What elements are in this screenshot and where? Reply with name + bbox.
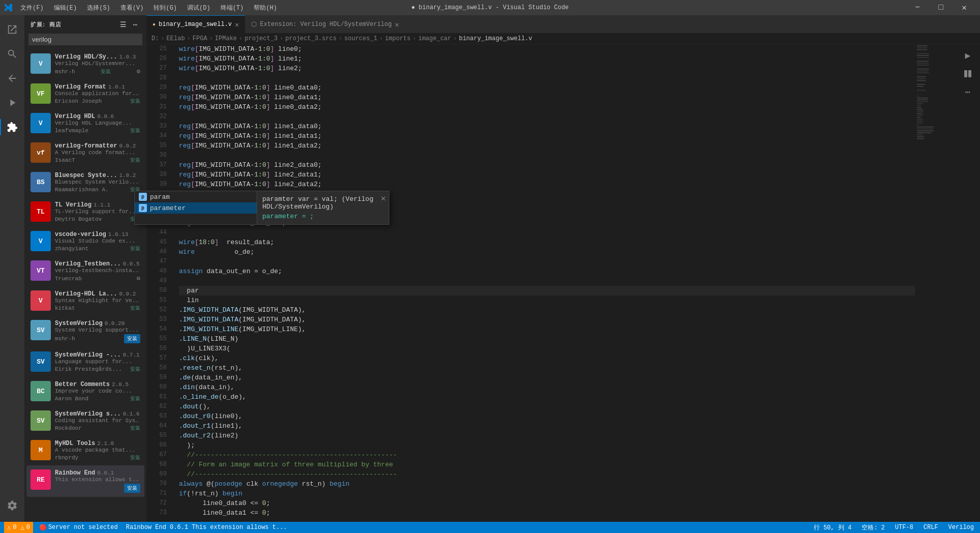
menu-edit[interactable]: 编辑(E) <box>50 3 81 13</box>
code-line-29[interactable]: reg [IMG_WIDTH_DATA-1:0] line0_data0; <box>179 83 915 93</box>
extension-item-10[interactable]: SV SystemVerilog -... 0.7.1 Language sup… <box>26 347 144 377</box>
breadcrumb-part-7[interactable]: imports <box>385 35 410 42</box>
code-line-39[interactable]: reg [IMG_WIDTH_DATA-1:0] line2_data2; <box>179 180 915 189</box>
code-line-25[interactable]: wire [IMG_WIDTH_DATA-1:0] line0; <box>179 44 915 54</box>
code-line-33[interactable]: reg [IMG_WIDTH_DATA-1:0] line1_data0; <box>179 122 915 131</box>
ext-settings-icon-7[interactable]: ⚙ <box>137 275 140 282</box>
extension-item-6[interactable]: V vscode-verilog 1.0.13 Visual Studio Co… <box>26 227 144 256</box>
code-line-28[interactable] <box>179 73 915 83</box>
menu-select[interactable]: 选择(S) <box>83 3 114 13</box>
menu-file[interactable]: 文件(F) <box>16 3 48 13</box>
tab-close-icon[interactable]: ✕ <box>235 20 239 29</box>
menu-debug[interactable]: 调试(D) <box>183 3 215 13</box>
extension-item-8[interactable]: V Verilog-HDL La... 0.9.2 Syntax Highlig… <box>26 286 144 316</box>
code-line-32[interactable] <box>179 112 915 122</box>
status-line-col[interactable]: 行 50, 列 4 <box>812 522 853 533</box>
code-line-44[interactable] <box>179 228 915 238</box>
extension-item-4[interactable]: BS Bluespec Syste... 1.0.2 Bluespec Syst… <box>26 168 144 197</box>
code-editor[interactable]: wire [IMG_WIDTH_DATA-1:0] line0; wire [I… <box>171 44 915 522</box>
autocomplete-item-param[interactable]: p param <box>146 191 257 202</box>
code-line-55[interactable]: .LINE_N(LINE_N) <box>179 334 915 344</box>
extension-item-2[interactable]: V Verilog HDL 0.0.6 Verilog HDL Language… <box>26 109 144 138</box>
breadcrumb-part-6[interactable]: sources_1 <box>344 35 377 42</box>
install-btn-9[interactable]: 安装 <box>124 334 140 343</box>
extension-item-9[interactable]: SV SystemVerilog 0.0.20 System Verilog s… <box>26 316 144 347</box>
code-line-67[interactable]: //--------------------------------------… <box>179 450 915 460</box>
extension-item-12[interactable]: SV SystemVerilog s... 0.1.6 Coding assis… <box>26 406 144 436</box>
code-line-36[interactable] <box>179 151 915 160</box>
extension-item-14[interactable]: RE Rainbow End 0.6.1 This extension allo… <box>26 465 144 497</box>
tab-extension-verilog[interactable]: ⬡ Extension: Verilog HDL/SystemVerilog ✕ <box>245 15 405 33</box>
code-line-46[interactable]: wire o_de; <box>179 247 915 257</box>
extension-item-7[interactable]: VT Verilog_Testben... 0.0.5 verilog-test… <box>26 256 144 286</box>
status-server[interactable]: 🔴 Server not selected <box>37 522 120 533</box>
code-line-31[interactable]: reg [IMG_WIDTH_DATA-1:0] line0_data2; <box>179 102 915 112</box>
activity-debug[interactable] <box>0 91 24 115</box>
menu-help[interactable]: 帮助(H) <box>250 3 281 13</box>
breadcrumb-part-4[interactable]: project_3 <box>244 35 278 42</box>
code-line-63[interactable]: .dout_r0(line0), <box>179 411 915 421</box>
activity-extensions[interactable] <box>0 115 24 139</box>
tab-binary-image-swell[interactable]: ● binary_image_swell.v ✕ <box>146 15 245 33</box>
extension-item-3[interactable]: vf verilog-formatter 0.0.2 A Verilog cod… <box>26 138 144 168</box>
code-line-48[interactable]: assign data_out_en = o_de; <box>179 266 915 276</box>
extension-search-input[interactable] <box>32 36 139 43</box>
ext-settings-icon-0[interactable]: ⚙ <box>137 68 140 75</box>
tab-extension-close-icon[interactable]: ✕ <box>395 20 399 29</box>
code-line-62[interactable]: .dout(), <box>179 402 915 411</box>
status-encoding[interactable]: UTF-8 <box>893 522 915 533</box>
status-errors-warnings[interactable]: ⚠ 0 △ 0 <box>4 522 33 533</box>
breadcrumb-part-9[interactable]: binary_image_swell.v <box>459 35 532 42</box>
autocomplete-item-parameter[interactable]: p parameter <box>146 202 257 214</box>
activity-git[interactable] <box>0 66 24 91</box>
code-line-34[interactable]: reg [IMG_WIDTH_DATA-1:0] line1_data1; <box>179 131 915 141</box>
code-line-51[interactable]: lin <box>179 295 915 305</box>
sidebar-list-view-icon[interactable]: ☰ <box>118 19 128 29</box>
run-icon[interactable]: ▶ <box>961 48 975 63</box>
extension-item-1[interactable]: VF Verilog Format 1.0.1 Console applicat… <box>26 79 144 109</box>
code-line-70[interactable]: always @(posedge clk or negedge rst_n) b… <box>179 479 915 489</box>
extension-item-13[interactable]: M MyHDL Tools 2.1.0 A vscode package tha… <box>26 436 144 465</box>
code-line-38[interactable]: reg [IMG_WIDTH_DATA-1:0] line2_data1; <box>179 170 915 180</box>
status-spaces[interactable]: 空格: 2 <box>860 522 887 533</box>
activity-settings[interactable] <box>0 493 24 518</box>
breadcrumb-part-8[interactable]: image_car <box>418 35 451 42</box>
code-line-49[interactable] <box>179 276 915 286</box>
more-actions-icon[interactable]: ⋯ <box>961 85 975 99</box>
maximize-button[interactable]: □ <box>929 0 953 15</box>
code-line-26[interactable]: wire [IMG_WIDTH_DATA-1:0] line1; <box>179 54 915 64</box>
code-line-72[interactable]: line0_data0 <= 0; <box>179 498 915 508</box>
code-line-58[interactable]: .reset_n(rst_n), <box>179 363 915 373</box>
activity-explorer[interactable] <box>0 17 24 42</box>
code-line-60[interactable]: .din(data_in), <box>179 382 915 392</box>
code-line-65[interactable]: .dout_r2(line2) <box>179 431 915 440</box>
code-line-54[interactable]: .IMG_WIDTH_LINE(IMG_WIDTH_LINE), <box>179 324 915 334</box>
code-line-57[interactable]: .clk(clk), <box>179 353 915 363</box>
breadcrumb-part-1[interactable]: EElab <box>167 35 185 42</box>
code-line-50[interactable]: par <box>179 286 915 295</box>
code-line-59[interactable]: .de(data_in_en), <box>179 373 915 382</box>
menu-goto[interactable]: 转到(G) <box>149 3 181 13</box>
code-line-61[interactable]: .o_line_de(o_de), <box>179 392 915 402</box>
minimize-button[interactable]: − <box>906 0 929 15</box>
breadcrumb-part-0[interactable]: D: <box>151 35 159 42</box>
code-line-45[interactable]: wire [18:0] result_data; <box>179 238 915 247</box>
extension-item-0[interactable]: V Verilog HDL/Sy... 1.0.3 Verilog HDL/Sy… <box>26 49 144 79</box>
code-line-37[interactable]: reg [IMG_WIDTH_DATA-1:0] line2_data0; <box>179 160 915 170</box>
code-line-69[interactable]: //--------------------------------------… <box>179 469 915 479</box>
extension-search-box[interactable] <box>28 34 142 45</box>
menu-terminal[interactable]: 终端(T) <box>217 3 248 13</box>
code-line-52[interactable]: .IMG_WIDTH_DATA(IMG_WIDTH_DATA), <box>179 305 915 315</box>
code-line-71[interactable]: if(!rst_n) begin <box>179 489 915 498</box>
code-line-64[interactable]: .dout_r1(line1), <box>179 421 915 431</box>
menu-view[interactable]: 查看(V) <box>116 3 148 13</box>
extension-item-5[interactable]: TL TL Verilog 1.1.1 TL-Verilog support f… <box>26 197 144 227</box>
code-line-47[interactable] <box>179 257 915 266</box>
code-line-35[interactable]: reg [IMG_WIDTH_DATA-1:0] line1_data2; <box>179 141 915 151</box>
code-line-66[interactable]: ); <box>179 440 915 450</box>
activity-search[interactable] <box>0 42 24 66</box>
split-editor-icon[interactable] <box>961 67 975 81</box>
install-btn-14[interactable]: 安装 <box>124 484 140 493</box>
breadcrumb-part-5[interactable]: project_3.srcs <box>285 35 336 42</box>
code-line-56[interactable]: )U_LINE3X3( <box>179 344 915 353</box>
